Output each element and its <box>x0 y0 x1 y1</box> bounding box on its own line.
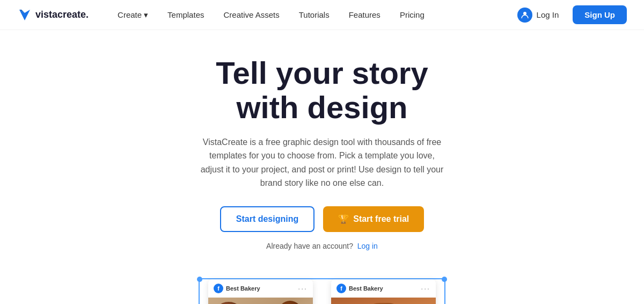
login-button[interactable]: Log In <box>510 3 567 27</box>
signup-button[interactable]: Sign Up <box>573 5 627 24</box>
nav-links: Create ▾ Templates Creative Assets Tutor… <box>110 6 510 24</box>
food-item-2 <box>278 301 302 304</box>
food-item-1 <box>213 302 245 304</box>
account-prompt: Already have an account? Log in <box>266 242 378 250</box>
nav-create[interactable]: Create ▾ <box>110 6 156 24</box>
more-options-left[interactable]: ··· <box>298 284 308 293</box>
more-options-right[interactable]: ··· <box>421 284 430 293</box>
nav-tutorials[interactable]: Tutorials <box>291 6 337 24</box>
handle-top-left[interactable] <box>197 277 202 282</box>
user-icon <box>517 8 532 23</box>
hero-buttons: Start designing 🏆 Start free trial <box>220 206 425 232</box>
nav-creative-assets[interactable]: Creative Assets <box>216 6 287 24</box>
nav-pricing[interactable]: Pricing <box>392 6 432 24</box>
start-free-trial-button[interactable]: 🏆 Start free trial <box>323 206 424 232</box>
svg-marker-0 <box>19 10 30 20</box>
start-designing-button[interactable]: Start designing <box>220 206 314 232</box>
nav-right: Log In Sign Up <box>510 3 627 27</box>
nav-features[interactable]: Features <box>341 6 388 24</box>
design-preview: f Best Bakery ··· <box>199 267 445 304</box>
facebook-icon-right: f <box>336 284 346 293</box>
hero-subtitle: VistaCreate is a free graphic design too… <box>199 135 445 190</box>
handle-top-right[interactable] <box>442 277 447 282</box>
hero-title: Tell your story with design <box>216 56 428 125</box>
trophy-icon: 🏆 <box>338 214 349 224</box>
right-fb-card: f Best Bakery ··· <box>331 279 436 304</box>
logo[interactable]: vistacreate. <box>17 8 89 23</box>
fb-card-image-right <box>331 298 436 304</box>
nav-templates[interactable]: Templates <box>160 6 211 24</box>
fb-card-header-left: f Best Bakery ··· <box>208 279 313 298</box>
svg-point-2 <box>523 12 526 15</box>
hero-section: Tell your story with design VistaCreate … <box>0 30 644 304</box>
chevron-down-icon: ▾ <box>144 10 148 20</box>
fb-card-header-right: f Best Bakery ··· <box>331 279 436 298</box>
logo-text: vistacreate. <box>35 9 89 20</box>
facebook-icon-left: f <box>214 284 223 293</box>
login-link[interactable]: Log in <box>357 242 378 250</box>
fb-card-image-left: The pastry... 👍 <box>208 298 313 304</box>
logo-icon <box>17 8 32 23</box>
left-fb-card: f Best Bakery ··· <box>208 279 313 304</box>
navbar: vistacreate. Create ▾ Templates Creative… <box>0 0 644 30</box>
